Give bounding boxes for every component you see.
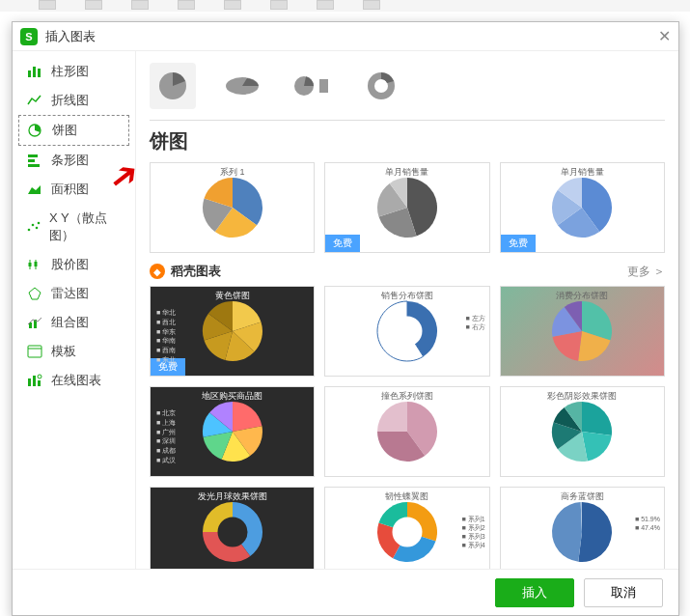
chart-type-icon (26, 154, 43, 167)
svg-rect-2 (38, 69, 41, 77)
card-title: 撞色系列饼图 (325, 390, 488, 403)
cancel-button[interactable]: 取消 (584, 578, 663, 607)
sidebar-item-label: 模板 (51, 343, 76, 360)
svg-rect-5 (28, 159, 35, 162)
chart-template-card[interactable]: 发光月球效果饼图 (150, 487, 315, 569)
more-link[interactable]: 更多 ＞ (627, 264, 665, 280)
sidebar-item-label: 组合图 (51, 314, 89, 331)
svg-rect-0 (28, 70, 31, 77)
chart-template-card[interactable]: 单月销售量免费 (324, 162, 489, 253)
chart-template-card[interactable]: 地区购买商品图北京上海广州深圳成都武汉 (150, 386, 315, 477)
docer-section-header: ◆ 稻壳图表 更多 ＞ (150, 263, 665, 280)
sidebar-item-label: 面积图 (51, 181, 89, 198)
dialog-footer: 插入 取消 (13, 569, 678, 615)
svg-rect-1 (33, 67, 36, 77)
chart-template-card[interactable]: 彩色阴影效果饼图 (500, 386, 665, 477)
svg-point-7 (28, 229, 31, 232)
chart-template-card[interactable]: 韧性蝶翼图系列1系列2系列3系列4 (324, 487, 489, 569)
card-title: 单月销售量 (325, 166, 488, 179)
section-heading: 饼图 (150, 128, 665, 154)
card-legend: 系列1系列2系列3系列4 (462, 515, 485, 549)
close-icon[interactable]: ✕ (658, 27, 671, 45)
card-title: 商务蓝饼图 (501, 490, 664, 503)
svg-point-8 (32, 224, 35, 227)
svg-rect-27 (319, 79, 328, 93)
sidebar-item-模板[interactable]: 模板 (18, 337, 129, 366)
chart-type-icon (26, 374, 43, 387)
card-title: 黄色饼图 (151, 290, 314, 302)
insert-button[interactable]: 插入 (495, 578, 574, 607)
sidebar-item-label: X Y（散点图） (49, 210, 122, 244)
sidebar-item-label: 雷达图 (51, 285, 89, 302)
svg-marker-15 (29, 288, 41, 299)
svg-point-10 (38, 222, 41, 225)
sidebar-item-label: 柱形图 (51, 63, 89, 80)
free-badge: 免费 (501, 235, 536, 252)
fire-icon: ◆ (150, 264, 165, 279)
sidebar-item-面积图[interactable]: 面积图 (18, 175, 129, 204)
svg-rect-21 (33, 376, 36, 386)
svg-rect-14 (35, 262, 38, 266)
chart-template-card[interactable]: 系列 1 (150, 162, 315, 253)
pie-subtype-row (150, 51, 665, 121)
builtin-chart-grid: 系列 1单月销售量免费单月销售量免费 (150, 162, 665, 253)
chart-type-icon (26, 220, 41, 234)
svg-rect-12 (29, 263, 32, 266)
svg-rect-20 (28, 378, 31, 386)
sidebar-item-label: 条形图 (51, 152, 89, 169)
chart-type-icon (26, 287, 43, 300)
chart-template-card[interactable]: 撞色系列饼图 (324, 386, 489, 477)
chart-type-icon (26, 316, 43, 329)
subtype-pie[interactable] (150, 63, 196, 109)
card-title: 消费分布饼图 (501, 290, 664, 302)
card-legend: 华北西北华东华南西南东北 (156, 308, 176, 365)
svg-point-23 (38, 375, 41, 378)
svg-point-9 (36, 227, 39, 230)
sidebar-item-label: 饼图 (52, 122, 77, 139)
svg-point-31 (217, 518, 247, 547)
card-legend: 51.9%47.4% (635, 515, 660, 532)
subtype-pie-of-pie[interactable] (289, 63, 335, 109)
chart-type-icon (26, 345, 43, 358)
sidebar-item-在线图表[interactable]: 在线图表 (18, 366, 129, 395)
sidebar-item-label: 股价图 (51, 256, 89, 273)
sidebar-item-折线图[interactable]: 折线图 (18, 86, 129, 115)
sidebar-item-柱形图[interactable]: 柱形图 (18, 57, 129, 86)
insert-chart-dialog: S 插入图表 ✕ 柱形图折线图饼图条形图面积图X Y（散点图）股价图雷达图组合图… (12, 21, 679, 616)
sidebar-item-条形图[interactable]: 条形图 (18, 146, 129, 175)
chart-type-icon (26, 258, 43, 271)
card-legend: 北京上海广州深圳成都武汉 (156, 408, 176, 465)
card-title: 地区购买商品图 (151, 390, 314, 403)
sidebar-item-label: 折线图 (51, 92, 89, 109)
docer-chart-grid: 黄色饼图免费华北西北华东华南西南东北销售分布饼图左方右方消费分布饼图地区购买商品… (150, 286, 665, 569)
free-badge: 免费 (325, 235, 360, 252)
subtype-doughnut[interactable] (358, 63, 404, 109)
card-title: 单月销售量 (501, 166, 664, 179)
chart-type-icon (26, 94, 43, 107)
sidebar-item-X Y（散点图）[interactable]: X Y（散点图） (18, 204, 129, 250)
sidebar-item-饼图[interactable]: 饼图 (18, 115, 129, 146)
chart-template-card[interactable]: 黄色饼图免费华北西北华东华南西南东北 (150, 286, 315, 377)
card-legend: 左方右方 (465, 314, 484, 331)
sidebar-item-组合图[interactable]: 组合图 (18, 308, 129, 337)
sidebar-item-雷达图[interactable]: 雷达图 (18, 279, 129, 308)
sidebar-item-股价图[interactable]: 股价图 (18, 250, 129, 279)
subtype-pie-3d[interactable] (219, 63, 265, 109)
card-title: 系列 1 (151, 166, 314, 179)
svg-rect-6 (28, 164, 40, 167)
chart-gallery: ➔ 饼图 系列 1单月销售量免费单月销售量免费 ◆ 稻壳图表 更多 ＞ 黄色饼图… (136, 51, 678, 569)
svg-point-30 (392, 317, 422, 347)
svg-rect-18 (28, 346, 41, 357)
card-title: 彩色阴影效果饼图 (501, 390, 664, 403)
sidebar-item-label: 在线图表 (51, 372, 101, 389)
chart-template-card[interactable]: 商务蓝饼图51.9%47.4% (500, 487, 665, 569)
chart-template-card[interactable]: 单月销售量免费 (500, 162, 665, 253)
chart-template-card[interactable]: 销售分布饼图左方右方 (324, 286, 489, 377)
card-title: 韧性蝶翼图 (325, 490, 488, 503)
svg-point-32 (392, 518, 422, 547)
chart-template-card[interactable]: 消费分布饼图 (500, 286, 665, 377)
svg-rect-22 (38, 380, 41, 386)
dialog-title: 插入图表 (45, 28, 96, 45)
chart-type-icon (26, 182, 43, 196)
chart-type-icon (26, 65, 43, 78)
